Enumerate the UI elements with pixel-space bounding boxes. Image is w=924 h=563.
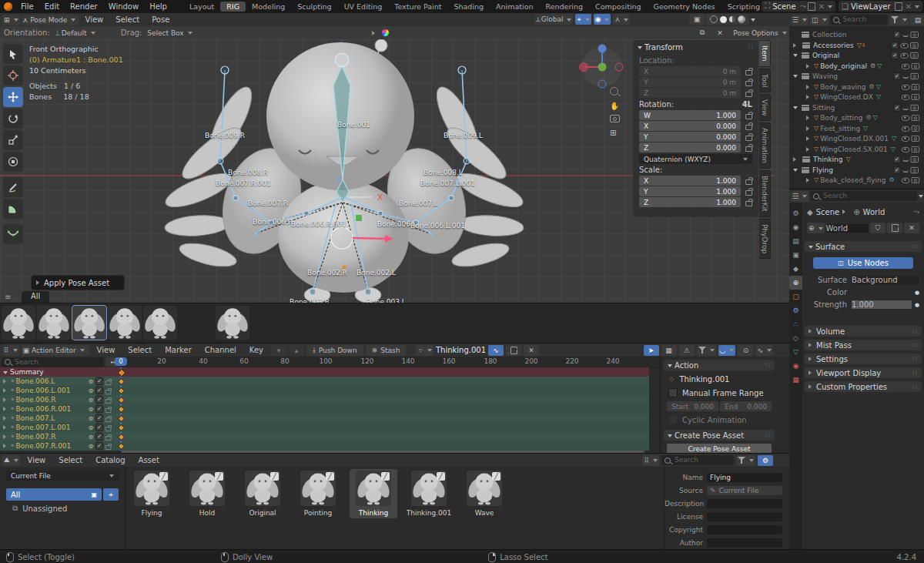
- bone-label[interactable]: Bone.002.L: [357, 269, 396, 276]
- tab-modeling[interactable]: Modeling: [246, 2, 291, 12]
- ab-menu-asset[interactable]: Asset: [133, 456, 165, 464]
- editor-type-icon[interactable]: ⠿: [2, 345, 19, 356]
- clear-icon[interactable]: ✕: [712, 28, 728, 39]
- tool-pose-breakdowner[interactable]: [3, 224, 23, 244]
- asset-item[interactable]: ╱ Wave: [460, 471, 508, 517]
- channel-row[interactable]: ⌖Bone.007.L.001⚙✓: [0, 423, 649, 432]
- tab-tool[interactable]: Tool: [759, 69, 771, 92]
- tab-uv-editing[interactable]: UV Editing: [338, 2, 389, 12]
- tab-world-icon[interactable]: ⊕: [789, 276, 802, 290]
- end-frame-field[interactable]: End0.000: [720, 401, 772, 411]
- pan-hand-icon[interactable]: ✋: [610, 102, 622, 110]
- save-icon[interactable]: ▣: [91, 491, 97, 498]
- tab-modifiers-icon[interactable]: ⚙: [789, 303, 802, 317]
- world-browse-icon[interactable]: ⊕: [807, 223, 825, 233]
- outliner-search-input[interactable]: Search: [830, 15, 888, 25]
- outliner-options-icon[interactable]: ▤: [910, 15, 924, 25]
- panel-grip-icon[interactable]: ⁞⁞: [748, 44, 754, 51]
- tab-animation[interactable]: Animation: [490, 2, 539, 12]
- animate-dot-icon[interactable]: ●: [915, 302, 919, 308]
- tool-cursor[interactable]: [3, 65, 23, 85]
- filter-icon[interactable]: [697, 345, 716, 356]
- tab-geometry-nodes[interactable]: Geometry Nodes: [648, 2, 721, 12]
- ds-menu-select[interactable]: Select: [122, 346, 157, 354]
- tab-texture-paint[interactable]: Texture Paint: [388, 2, 447, 12]
- tab-viewlayer-icon[interactable]: ▣: [789, 248, 802, 262]
- ab-menu-select[interactable]: Select: [53, 456, 88, 464]
- shelf-pose-thumb[interactable]: [37, 306, 71, 340]
- edit-asset-icon[interactable]: ╱: [270, 472, 279, 481]
- rotation-x-field[interactable]: X0.000: [639, 121, 741, 131]
- proportional-icon[interactable]: ⊙: [738, 345, 753, 356]
- pose-options-dropdown[interactable]: Pose Options: [730, 28, 790, 39]
- outliner-row[interactable]: Waving✓: [789, 71, 924, 81]
- outliner-row[interactable]: ▽WingClosed.DX▽: [789, 92, 924, 102]
- volume-panel[interactable]: Volume⁞⁞: [805, 326, 922, 337]
- breadcrumb-world[interactable]: World: [863, 208, 886, 216]
- viewlayer-selector[interactable]: ❏ ViewLayer ✕: [839, 1, 922, 12]
- outliner-row[interactable]: ▽Body_waving⚙▽: [789, 82, 924, 92]
- menu-window[interactable]: Window: [103, 2, 144, 11]
- move-down-icon[interactable]: ▾: [271, 345, 286, 356]
- settings-panel[interactable]: Settings⁞⁞: [805, 354, 922, 364]
- lock-icon[interactable]: [745, 179, 752, 185]
- close-viewlayer-icon[interactable]: ✕: [906, 2, 912, 11]
- start-frame-field[interactable]: Start0.000: [667, 401, 718, 411]
- asset-item[interactable]: ╱ Original: [239, 471, 286, 517]
- rotation-w-field[interactable]: W1.000: [639, 110, 741, 120]
- ghost-icon[interactable]: ▦: [661, 345, 677, 356]
- keying-curve-icon[interactable]: ∿: [755, 345, 773, 356]
- edit-asset-icon[interactable]: ╱: [215, 472, 223, 481]
- channel-row[interactable]: ⌖Bone.006.L⚙✓: [0, 377, 649, 386]
- shelf-pose-thumb[interactable]: [143, 306, 177, 340]
- tab-shading[interactable]: Shading: [448, 2, 490, 12]
- editor-type-icon[interactable]: ⊞: [2, 15, 20, 25]
- shelf-pose-thumb[interactable]: [216, 306, 249, 340]
- scene-selector[interactable]: ⛶ Scene ⤳ ✕: [762, 1, 835, 12]
- strength-field[interactable]: 1.000: [852, 300, 912, 309]
- bone-label[interactable]: Bone.009.L: [444, 132, 483, 139]
- outliner-row[interactable]: Accessories▽4✓: [789, 40, 924, 50]
- library-dropdown[interactable]: Current File: [6, 471, 119, 481]
- navigation-gizmo[interactable]: [580, 45, 624, 89]
- action-asset-icon[interactable]: ∿: [488, 345, 504, 356]
- bone-label[interactable]: Bone.001: [337, 121, 370, 129]
- tool-select-box[interactable]: [3, 44, 23, 64]
- tool-annotate[interactable]: [3, 177, 23, 197]
- world-name-field[interactable]: World: [826, 224, 869, 233]
- outliner-display-icon[interactable]: ◫: [810, 15, 829, 25]
- lock-icon[interactable]: [745, 146, 752, 152]
- pin-icon[interactable]: ⤳: [913, 207, 919, 216]
- asset-filter-icon[interactable]: [736, 455, 755, 466]
- rotation-mode-dropdown[interactable]: Quaternion (WXYZ): [639, 154, 752, 164]
- action-editor-mode-dropdown[interactable]: ▣ Action Editor: [22, 345, 89, 356]
- tab-data-icon[interactable]: ▽: [789, 345, 802, 359]
- tool-move[interactable]: [3, 87, 23, 107]
- animate-dot-icon[interactable]: ●: [915, 290, 919, 296]
- shading-dropdown-icon[interactable]: [751, 18, 755, 24]
- editor-type-icon[interactable]: ☲: [791, 191, 808, 202]
- select-filter-icon[interactable]: ➤: [644, 345, 659, 356]
- fake-user-shield-icon[interactable]: ⛉: [870, 223, 886, 233]
- edit-asset-icon[interactable]: ╱: [326, 472, 334, 481]
- lock-icon[interactable]: [745, 92, 752, 97]
- transform-orientation-selector[interactable]: ⟂ Global: [534, 14, 574, 25]
- sidebar-action-name[interactable]: Thinking.001: [679, 375, 729, 384]
- tab-material-icon[interactable]: ◉: [789, 359, 802, 373]
- lock-icon[interactable]: [745, 70, 752, 75]
- copy-world-icon[interactable]: [887, 223, 902, 233]
- channel-row[interactable]: ⌖Bone.006.R⚙✓: [0, 395, 649, 404]
- close-scene-icon[interactable]: ✕: [819, 2, 825, 11]
- pin-icon[interactable]: ⤳: [800, 2, 806, 11]
- tool-scale[interactable]: [3, 130, 23, 150]
- tab-constraints-icon[interactable]: ◇: [789, 331, 802, 345]
- transform-panel-title[interactable]: Transform: [644, 43, 683, 52]
- snap-icon[interactable]: ⌖: [575, 14, 591, 25]
- scale-x-field[interactable]: X1.000: [639, 176, 741, 186]
- outliner-row[interactable]: Collection✓: [789, 29, 924, 39]
- shelf-pose-thumb[interactable]: [108, 306, 142, 340]
- lock-icon[interactable]: [745, 190, 752, 196]
- menu-edit[interactable]: Edit: [39, 2, 65, 11]
- scale-z-field[interactable]: Z1.000: [639, 197, 741, 207]
- bone-label[interactable]: Bone.009.R: [205, 132, 245, 139]
